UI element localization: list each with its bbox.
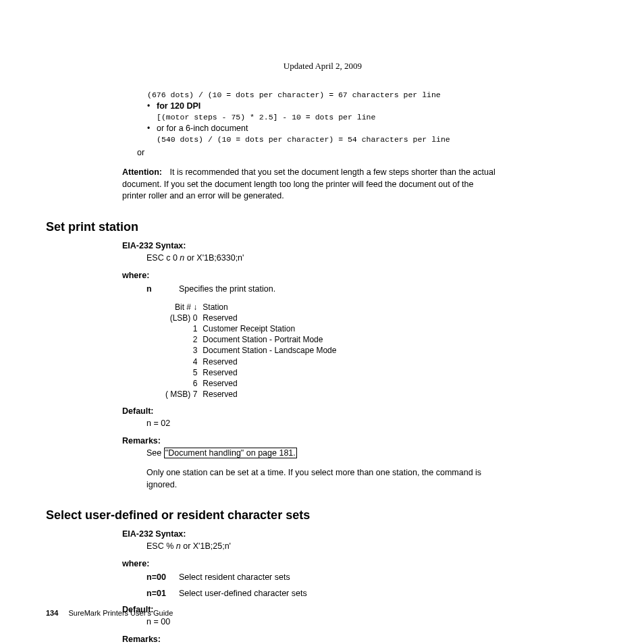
remarks-see: See — [146, 448, 164, 458]
bit-row-r: Reserved — [200, 313, 339, 323]
bit-row-l: 1 — [163, 323, 200, 334]
bit-row-l: (LSB) 0 — [163, 313, 200, 323]
default-value: n = 02 — [146, 417, 500, 429]
default-label: Default: — [122, 605, 500, 614]
bit-row-l: 3 — [163, 345, 200, 356]
section1-body: EIA-232 Syntax: ESC c 0 n or X'1B;6330;n… — [122, 241, 500, 491]
attention-text: It is recommended that you set the docum… — [122, 167, 495, 200]
bullet-120dpi: for 120 DPI — [157, 101, 200, 111]
bit-row-r: Reserved — [200, 378, 339, 389]
heading-select-charset: Select user-defined or resident characte… — [46, 508, 599, 522]
bit-row-r: Document Station - Portrait Mode — [200, 334, 339, 345]
param-n-desc: Specifies the print station. — [179, 284, 275, 294]
page-content: Updated April 2, 2009 (676 dots) / (10 =… — [46, 61, 599, 644]
bit-row-r: Reserved — [200, 367, 339, 378]
param-n01-val: Select user-defined character sets — [179, 589, 307, 598]
footer-title: SureMark Printers User's Guide — [68, 609, 173, 617]
syntax-label: EIA-232 Syntax: — [122, 241, 500, 250]
top-calculations: (676 dots) / (10 = dots per character) =… — [147, 90, 525, 144]
code-line-1: (676 dots) / (10 = dots per character) =… — [147, 90, 525, 99]
bullet-icon: • — [147, 101, 157, 111]
syntax-label: EIA-232 Syntax: — [122, 529, 500, 539]
param-n00-key: n=00 — [146, 572, 179, 582]
code-line-2: [(motor steps - 75) * 2.5] - 10 = dots p… — [157, 113, 525, 122]
bit-table: Bit # ↓Station (LSB) 0Reserved 1Customer… — [163, 302, 339, 400]
heading-set-print-station: Set print station — [46, 220, 599, 234]
bit-header-left: Bit # ↓ — [163, 302, 200, 313]
bit-row-r: Reserved — [200, 389, 339, 400]
bit-row-l: 5 — [163, 367, 200, 378]
bit-row-l: 6 — [163, 378, 200, 389]
updated-date: Updated April 2, 2009 — [221, 61, 424, 72]
syntax-value: ESC c 0 n or X'1B;6330;n' — [146, 252, 500, 264]
section2-body: EIA-232 Syntax: ESC % n or X'1B;25;n' wh… — [122, 529, 500, 644]
param-n01-key: n=01 — [146, 589, 179, 598]
default-value: n = 00 — [146, 616, 500, 628]
param-n-key: n — [146, 284, 179, 294]
remarks-extra: Only one station can be set at a time. I… — [146, 466, 500, 491]
bit-row-r: Reserved — [200, 356, 339, 367]
attention-note: Attention: It is recommended that you se… — [122, 167, 497, 203]
where-label: where: — [122, 271, 500, 280]
page-number: 134 — [46, 609, 58, 617]
remarks-label: Remarks: — [122, 436, 500, 446]
bit-row-l: 2 — [163, 334, 200, 345]
syntax-value: ESC % n or X'1B;25;n' — [146, 540, 500, 552]
bit-row-r: Document Station - Landscape Mode — [200, 345, 339, 356]
remarks-body: See "Document handling" on page 181. — [146, 447, 500, 459]
bit-row-r: Customer Receipt Station — [200, 323, 339, 334]
or-text: or — [137, 148, 599, 157]
where-label: where: — [122, 559, 500, 568]
param-n00: n=00 Select resident character sets — [146, 572, 500, 582]
default-label: Default: — [122, 406, 500, 416]
bullet-icon: • — [147, 124, 157, 133]
param-n01: n=01 Select user-defined character sets — [146, 589, 500, 598]
page-footer: 134 SureMark Printers User's Guide — [46, 609, 173, 617]
attention-label: Attention: — [122, 167, 162, 177]
link-doc-handling[interactable]: "Document handling" on page 181. — [164, 448, 297, 458]
bullet-6inch: or for a 6-inch document — [157, 124, 248, 133]
remarks-label: Remarks: — [122, 635, 500, 644]
bit-row-l: 4 — [163, 356, 200, 367]
bit-row-l: ( MSB) 7 — [163, 389, 200, 400]
bit-header-right: Station — [200, 302, 339, 313]
code-line-3: (540 dots) / (10 = dots per character) =… — [157, 135, 525, 144]
param-n: n Specifies the print station. — [146, 284, 500, 294]
param-n00-val: Select resident character sets — [179, 572, 290, 582]
